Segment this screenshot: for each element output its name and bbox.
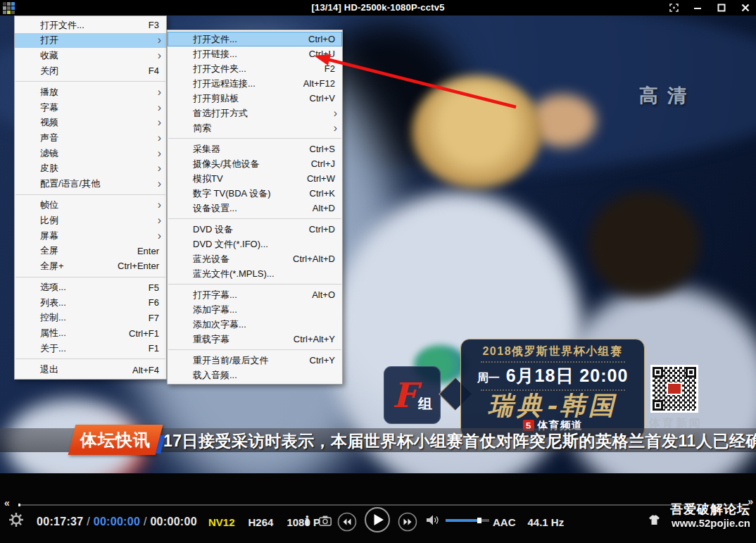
menu-item[interactable]: 载入音频...	[168, 368, 342, 382]
menu-item-shortcut: F3	[149, 20, 159, 30]
submenu-chevron-icon: ›	[158, 163, 161, 174]
menu-item[interactable]: 字幕›	[15, 100, 166, 116]
menu-item-label: 重载字幕	[193, 333, 281, 346]
menu-item[interactable]: 摄像头/其他设备Ctrl+J	[168, 156, 342, 171]
seek-bar[interactable]	[18, 504, 743, 506]
menu-item[interactable]: 全屏Enter	[15, 243, 166, 258]
snapshot-camera-icon[interactable]	[319, 516, 332, 529]
menu-item[interactable]: 重开当前/最后文件Ctrl+Y	[168, 353, 342, 368]
previous-button[interactable]	[337, 512, 357, 535]
menu-item-shortcut: Enter	[137, 246, 159, 256]
menu-item[interactable]: 播放›	[15, 85, 166, 100]
menu-item-shortcut: Alt+D	[313, 203, 335, 213]
menu-item-label: 比例	[40, 214, 145, 227]
menu-item[interactable]: 控制...F7	[15, 311, 166, 326]
menu-item[interactable]: 数字 TV(BDA 设备)Ctrl+K	[168, 186, 342, 201]
window-title: [13/14] HD-2500k-1080P-cctv5	[0, 0, 756, 15]
menu-item[interactable]: 打开字幕...Alt+O	[168, 287, 342, 302]
menu-item-label: 数字 TV(BDA 设备)	[193, 187, 297, 200]
minimize-button[interactable]	[693, 4, 703, 13]
menu-item[interactable]: 配置/语言/其他›	[15, 176, 166, 192]
menu-item[interactable]: 重载字幕Ctrl+Alt+Y	[168, 332, 342, 347]
menu-item-label: 模拟TV	[193, 173, 294, 185]
menu-item-label: 打开剪贴板	[193, 92, 297, 105]
menu-item[interactable]: 采集器Ctrl+S	[168, 142, 342, 156]
menu-item-label: 退出	[40, 363, 120, 376]
title-bar[interactable]: [13/14] HD-2500k-1080P-cctv5	[0, 0, 756, 15]
menu-item[interactable]: 模拟TVCtrl+W	[168, 171, 342, 186]
pixel-format: NV12	[208, 516, 235, 528]
audio-codec: AAC	[493, 516, 516, 528]
menu-item[interactable]: 退出Alt+F4	[15, 362, 166, 377]
menu-item[interactable]: 声音›	[15, 130, 166, 146]
menu-item[interactable]: 蓝光设备Ctrl+Alt+D	[168, 251, 342, 266]
menu-item[interactable]: 添加次字幕...	[168, 317, 342, 332]
menu-item[interactable]: 帧位›	[15, 198, 166, 213]
submenu-chevron-icon: ›	[158, 35, 161, 46]
play-button[interactable]	[364, 506, 391, 536]
menu-item[interactable]: 首选打开方式›	[168, 106, 342, 120]
submenu-chevron-icon: ›	[158, 87, 161, 98]
menu-item[interactable]: 打开文件...Ctrl+O	[168, 32, 342, 46]
menu-item[interactable]: 简索›	[168, 120, 342, 135]
close-button[interactable]	[741, 4, 750, 13]
menu-item-label: 声音	[40, 132, 145, 144]
menu-item[interactable]: 设备设置...Alt+D	[168, 201, 342, 216]
menu-item[interactable]: 蓝光文件(*.MPLS)...	[168, 266, 342, 281]
volume-speaker-icon[interactable]	[426, 514, 440, 529]
program-panel: 2018俄罗斯世界杯小组赛 周一 6月18日 20:00 瑞典-韩国 5 体育频…	[460, 339, 645, 438]
menu-item[interactable]: 全屏+Ctrl+Enter	[15, 258, 166, 274]
menu-item[interactable]: DVD 设备Ctrl+D	[168, 222, 342, 237]
volume-fill	[446, 519, 479, 522]
menu-separator	[168, 138, 341, 139]
menu-item[interactable]: 皮肤›	[15, 161, 166, 176]
menu-item-label: 播放	[40, 86, 145, 99]
menu-item-label: 选项...	[40, 281, 136, 294]
menu-item-label: 皮肤	[40, 162, 145, 175]
menu-item-label: 首选打开方式	[193, 107, 321, 120]
menu-item[interactable]: 屏幕›	[15, 228, 166, 244]
next-button[interactable]	[398, 512, 417, 535]
qr-pattern	[653, 367, 696, 411]
menu-item[interactable]: 选项...F5	[15, 280, 166, 296]
dotted-divider	[481, 361, 625, 363]
menu-item-label: 打开链接...	[193, 48, 296, 61]
fullscreen-button[interactable]	[669, 4, 679, 13]
maximize-button[interactable]	[717, 4, 726, 13]
menu-item[interactable]: 关闭F4	[15, 63, 166, 79]
seekbar-collapse-icon[interactable]: «	[4, 497, 10, 508]
close-icon	[741, 4, 750, 12]
menu-item[interactable]: 关于...F1	[15, 341, 166, 356]
menu-item[interactable]: 打开文件夹...F2	[168, 61, 342, 76]
menu-item[interactable]: DVD 文件(*.IFO)...	[168, 237, 342, 251]
skin-shirt-icon[interactable]	[648, 515, 660, 528]
volume-handle[interactable]	[477, 518, 481, 523]
menu-item[interactable]: 打开剪贴板Ctrl+V	[168, 91, 342, 106]
menu-item[interactable]: 打开远程连接...Alt+F12	[168, 76, 342, 91]
volume-slider[interactable]	[446, 519, 489, 522]
menu-item[interactable]: 比例›	[15, 213, 166, 228]
menu-item-label: 打开字幕...	[193, 289, 299, 301]
menu-item[interactable]: 视频›	[15, 116, 166, 131]
menu-item[interactable]: 打开›	[15, 33, 166, 49]
menu-item-shortcut: F6	[149, 297, 159, 308]
menu-item[interactable]: 属性...Ctrl+F1	[15, 325, 166, 341]
menu-item[interactable]: 添加字幕...	[168, 302, 342, 317]
menu-item[interactable]: 收藏›	[15, 48, 166, 63]
program-weekday: 周一	[477, 371, 500, 386]
info-icon[interactable]: i	[305, 513, 310, 528]
submenu-chevron-icon: ›	[158, 102, 161, 113]
submenu-chevron-icon: ›	[158, 230, 161, 242]
menu-item-shortcut: Ctrl+K	[310, 188, 335, 199]
menu-item-label: 蓝光文件(*.MPLS)...	[193, 268, 322, 280]
menu-item[interactable]: 列表...F6	[15, 295, 166, 311]
menu-item[interactable]: 打开链接...Ctrl+U	[168, 46, 342, 61]
menu-item[interactable]: 打开文件...F3	[15, 18, 166, 33]
menu-separator	[15, 194, 165, 195]
program-date-time: 6月18日 20:00	[506, 364, 629, 387]
hd-watermark: 高清	[639, 83, 695, 108]
menu-item[interactable]: 滤镜›	[15, 146, 166, 161]
forum-watermark: 吾爱破解论坛 www.52pojie.cn	[670, 501, 750, 529]
settings-gear-icon[interactable]	[9, 513, 23, 530]
menu-item-label: 蓝光设备	[193, 253, 280, 266]
